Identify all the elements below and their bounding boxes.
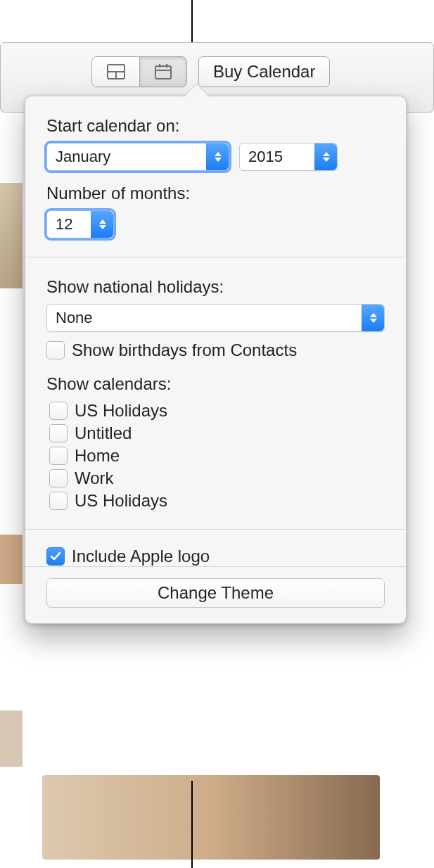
section-holidays: Show national holidays: None Show birthd… (25, 257, 406, 529)
thumbnail (0, 535, 23, 584)
start-calendar-label: Start calendar on: (46, 116, 385, 136)
toolbar: Buy Calendar (91, 56, 330, 87)
calendar-settings-button[interactable] (139, 56, 187, 87)
holidays-label: Show national holidays: (46, 277, 385, 297)
calendar-checkbox[interactable] (49, 492, 68, 510)
change-theme-label: Change Theme (158, 583, 274, 603)
show-calendars-label: Show calendars: (46, 374, 385, 394)
include-logo-label: Include Apple logo (72, 547, 210, 566)
calendar-row[interactable]: US Holidays (49, 491, 385, 511)
calendar-label: US Holidays (75, 401, 167, 421)
chevron-up-down-icon (314, 143, 337, 170)
calendar-label: Home (75, 446, 120, 466)
start-month-value: January (56, 148, 199, 166)
layout-view-button[interactable] (91, 56, 139, 87)
thumbnail (0, 710, 23, 767)
include-logo-row[interactable]: Include Apple logo (46, 547, 385, 566)
show-birthdays-checkbox[interactable] (46, 341, 65, 359)
show-birthdays-row[interactable]: Show birthdays from Contacts (46, 340, 385, 360)
show-birthdays-label: Show birthdays from Contacts (72, 340, 297, 360)
background-photo (42, 775, 380, 860)
calendar-row[interactable]: Untitled (49, 423, 385, 443)
chevron-up-down-icon (91, 211, 113, 238)
start-year-value: 2015 (248, 148, 307, 166)
calendar-row[interactable]: US Holidays (49, 401, 385, 421)
buy-calendar-label: Buy Calendar (213, 62, 315, 82)
chevron-up-down-icon (362, 305, 384, 331)
holidays-value: None (56, 309, 355, 327)
calendar-label: Untitled (75, 423, 132, 443)
num-months-select[interactable]: 12 (46, 210, 114, 238)
calendar-checkbox[interactable] (49, 402, 68, 420)
start-year-select[interactable]: 2015 (239, 143, 338, 171)
section-logo: Include Apple logo (25, 529, 406, 566)
calendar-checkbox[interactable] (49, 469, 68, 487)
calendar-settings-popover: Start calendar on: January 2015 Number o… (25, 96, 407, 624)
footer: Change Theme (25, 566, 406, 623)
buy-calendar-button[interactable]: Buy Calendar (198, 56, 330, 87)
callout-line-bottom (191, 781, 193, 868)
holidays-select[interactable]: None (46, 304, 385, 332)
calendar-label: Work (75, 468, 114, 488)
thumbnail (0, 183, 23, 288)
section-start: Start calendar on: January 2015 Number o… (25, 96, 406, 257)
calendar-label: US Holidays (75, 491, 167, 511)
view-segmented-control (91, 56, 187, 87)
calendar-checkbox[interactable] (49, 424, 68, 442)
calendars-list: US HolidaysUntitledHomeWorkUS Holidays (46, 401, 385, 511)
layout-icon (107, 64, 125, 79)
calendar-row[interactable]: Work (49, 468, 385, 488)
change-theme-button[interactable]: Change Theme (46, 578, 385, 608)
num-months-value: 12 (56, 215, 84, 234)
calendar-checkbox[interactable] (49, 447, 68, 465)
include-logo-checkbox[interactable] (46, 547, 65, 566)
calendar-settings-icon (154, 63, 172, 80)
start-month-select[interactable]: January (46, 143, 229, 171)
svg-rect-3 (155, 66, 171, 79)
chevron-up-down-icon (206, 143, 229, 170)
num-months-label: Number of months: (46, 184, 385, 203)
calendar-row[interactable]: Home (49, 446, 385, 466)
